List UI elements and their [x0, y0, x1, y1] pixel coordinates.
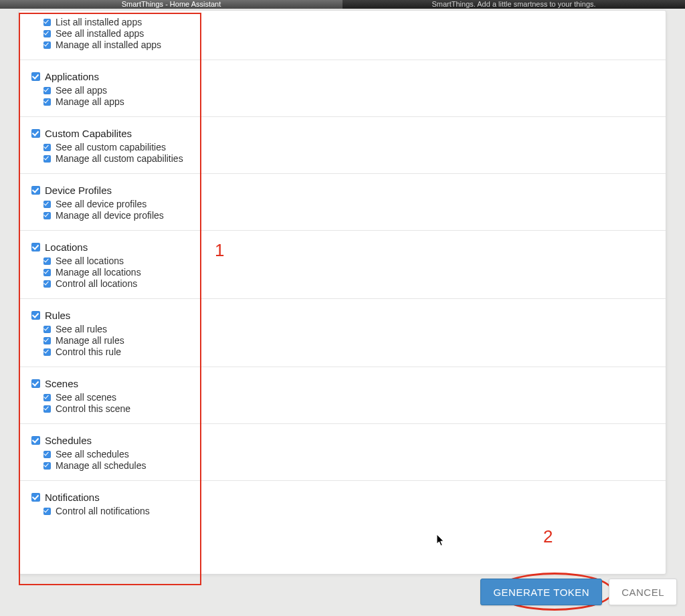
- permission-item[interactable]: See all apps: [31, 85, 654, 96]
- permission-label: See all custom capabilities: [56, 142, 166, 152]
- section-schedules: SchedulesSee all schedulesManage all sch…: [19, 424, 666, 481]
- permission-label: Control all locations: [56, 278, 137, 289]
- permission-item[interactable]: Manage all custom capabilities: [31, 153, 654, 164]
- permission-label: Manage all device profiles: [56, 210, 164, 221]
- permission-item[interactable]: Manage all schedules: [31, 460, 654, 471]
- permission-item[interactable]: Manage all apps: [31, 96, 654, 107]
- permission-item[interactable]: See all locations: [31, 255, 654, 266]
- permission-label: Control this scene: [56, 403, 130, 414]
- checkbox-icon[interactable]: [43, 337, 51, 344]
- checkbox-icon[interactable]: [43, 394, 51, 401]
- browser-tab-active[interactable]: SmartThings - Home Assistant: [0, 0, 342, 9]
- checkbox-icon[interactable]: [43, 30, 51, 37]
- permission-item[interactable]: List all installed apps: [31, 17, 654, 27]
- permission-label: Control this rule: [56, 346, 121, 357]
- permission-label: Manage all schedules: [56, 460, 146, 471]
- permissions-card: List all installed appsSee all installed…: [19, 10, 666, 575]
- permission-label: Manage all custom capabilities: [56, 153, 183, 164]
- permission-item[interactable]: See all scenes: [31, 392, 654, 403]
- checkbox-icon[interactable]: [43, 41, 51, 49]
- checkbox-icon[interactable]: [43, 155, 51, 163]
- section-device-profiles: Device ProfilesSee all device profilesMa…: [19, 174, 666, 231]
- section-notifications: NotificationsControl all notifications: [19, 481, 666, 526]
- section-header[interactable]: Custom Capabilites: [31, 128, 654, 139]
- section-title: Custom Capabilites: [45, 128, 132, 139]
- section-title: Applications: [45, 71, 99, 82]
- checkbox-icon[interactable]: [43, 269, 51, 276]
- permission-label: Manage all locations: [56, 267, 141, 278]
- permission-label: List all installed apps: [56, 17, 142, 27]
- section-title: Schedules: [45, 435, 92, 446]
- checkbox-icon[interactable]: [31, 72, 40, 81]
- permission-item[interactable]: Control this scene: [31, 403, 654, 414]
- checkbox-icon[interactable]: [31, 379, 40, 388]
- permission-item[interactable]: See all schedules: [31, 449, 654, 459]
- permission-label: See all rules: [56, 324, 107, 334]
- permission-label: See all installed apps: [56, 28, 144, 39]
- checkbox-icon[interactable]: [43, 280, 51, 288]
- checkbox-icon[interactable]: [31, 311, 40, 320]
- permission-item[interactable]: Manage all device profiles: [31, 210, 654, 221]
- permission-item[interactable]: Manage all installed apps: [31, 39, 654, 50]
- section-title: Rules: [45, 310, 70, 321]
- permission-label: See all locations: [56, 255, 124, 266]
- section-title: Notifications: [45, 492, 100, 503]
- checkbox-icon[interactable]: [43, 348, 51, 356]
- permission-item[interactable]: Manage all locations: [31, 267, 654, 278]
- checkbox-icon[interactable]: [43, 258, 51, 265]
- section-title: Device Profiles: [45, 185, 112, 196]
- section-rules: RulesSee all rulesManage all rulesContro…: [19, 299, 666, 367]
- section-installed-apps: List all installed appsSee all installed…: [19, 11, 666, 60]
- section-header[interactable]: Applications: [31, 71, 654, 82]
- checkbox-icon[interactable]: [31, 436, 40, 445]
- checkbox-icon[interactable]: [43, 144, 51, 151]
- permission-label: See all scenes: [56, 392, 116, 403]
- checkbox-icon[interactable]: [43, 462, 51, 470]
- form-actions: GENERATE TOKEN CANCEL: [480, 579, 677, 605]
- browser-tab-strip: SmartThings - Home Assistant SmartThings…: [0, 0, 685, 9]
- permission-item[interactable]: See all custom capabilities: [31, 142, 654, 152]
- permission-item[interactable]: Control all locations: [31, 278, 654, 289]
- checkbox-icon[interactable]: [31, 243, 40, 251]
- permission-item[interactable]: Manage all rules: [31, 335, 654, 346]
- section-applications: ApplicationsSee all appsManage all apps: [19, 60, 666, 117]
- permission-label: Manage all rules: [56, 335, 124, 346]
- section-header[interactable]: Schedules: [31, 435, 654, 446]
- permission-label: Control all notifications: [56, 506, 150, 516]
- checkbox-icon[interactable]: [43, 326, 51, 333]
- checkbox-icon[interactable]: [31, 129, 40, 138]
- section-header[interactable]: Scenes: [31, 378, 654, 389]
- permission-label: See all device profiles: [56, 199, 146, 209]
- cancel-button[interactable]: CANCEL: [609, 579, 677, 605]
- section-title: Scenes: [45, 378, 78, 389]
- checkbox-icon[interactable]: [43, 405, 51, 413]
- section-header[interactable]: Locations: [31, 241, 654, 253]
- section-scenes: ScenesSee all scenesControl this scene: [19, 367, 666, 424]
- section-header[interactable]: Rules: [31, 310, 654, 321]
- checkbox-icon[interactable]: [43, 508, 51, 515]
- checkbox-icon[interactable]: [43, 87, 51, 94]
- checkbox-icon[interactable]: [43, 451, 51, 458]
- checkbox-icon[interactable]: [31, 186, 40, 195]
- checkbox-icon[interactable]: [31, 493, 40, 502]
- section-title: Locations: [45, 241, 88, 253]
- checkbox-icon[interactable]: [43, 212, 51, 219]
- checkbox-icon[interactable]: [43, 19, 51, 26]
- permission-item[interactable]: See all device profiles: [31, 199, 654, 209]
- generate-token-button[interactable]: GENERATE TOKEN: [480, 579, 602, 605]
- permission-item[interactable]: See all installed apps: [31, 28, 654, 39]
- section-locations: LocationsSee all locationsManage all loc…: [19, 231, 666, 299]
- permission-item[interactable]: Control this rule: [31, 346, 654, 357]
- checkbox-icon[interactable]: [43, 201, 51, 208]
- permission-label: Manage all installed apps: [56, 39, 161, 50]
- section-header[interactable]: Notifications: [31, 492, 654, 503]
- checkbox-icon[interactable]: [43, 98, 51, 106]
- permission-label: See all apps: [56, 85, 107, 96]
- permission-label: Manage all apps: [56, 96, 124, 107]
- permission-item[interactable]: Control all notifications: [31, 506, 654, 516]
- section-header[interactable]: Device Profiles: [31, 185, 654, 196]
- permission-label: See all schedules: [56, 449, 129, 459]
- permission-item[interactable]: See all rules: [31, 324, 654, 334]
- browser-tab-inactive[interactable]: SmartThings. Add a little smartness to y…: [342, 0, 685, 9]
- section-custom-capabilities: Custom CapabilitesSee all custom capabil…: [19, 117, 666, 174]
